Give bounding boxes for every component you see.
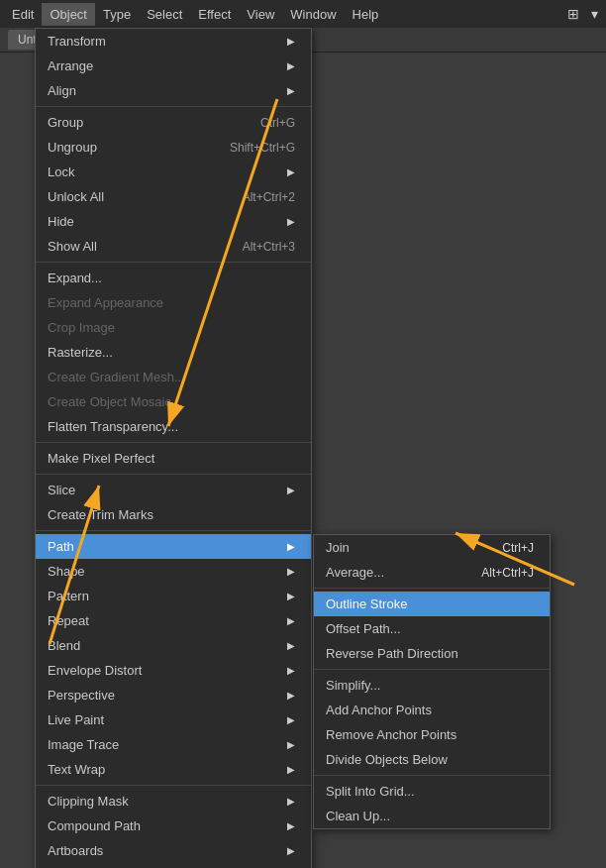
menu-item-live-paint[interactable]: Live Paint ▶ bbox=[36, 707, 311, 732]
menu-item-crop-image: Crop Image bbox=[36, 315, 311, 340]
divider bbox=[36, 442, 311, 443]
submenu-item-split-into-grid[interactable]: Split Into Grid... bbox=[314, 779, 550, 804]
menu-item-flatten-transparency[interactable]: Flatten Transparency... bbox=[36, 414, 311, 439]
arrow-icon: ▶ bbox=[287, 591, 295, 601]
object-dropdown-menu: Transform ▶ Arrange ▶ Align ▶ Group Ctrl… bbox=[35, 28, 312, 868]
menu-item-transform[interactable]: Transform ▶ bbox=[36, 29, 311, 54]
arrow-icon: ▶ bbox=[287, 566, 295, 577]
arrow-icon: ▶ bbox=[287, 166, 295, 177]
menu-item-expand[interactable]: Expand... bbox=[36, 266, 311, 290]
menu-object[interactable]: Object bbox=[42, 3, 95, 26]
menu-edit[interactable]: Edit bbox=[4, 3, 42, 26]
menu-item-show-all[interactable]: Show All Alt+Ctrl+3 bbox=[36, 234, 311, 259]
menu-bar-right: ⊞ ▾ bbox=[563, 4, 602, 24]
menu-item-make-pixel-perfect[interactable]: Make Pixel Perfect bbox=[36, 446, 311, 471]
menu-item-rasterize[interactable]: Rasterize... bbox=[36, 340, 311, 365]
divider bbox=[36, 785, 311, 786]
arrow-icon: ▶ bbox=[287, 85, 295, 96]
submenu-item-reverse-path-direction[interactable]: Reverse Path Direction bbox=[314, 641, 550, 666]
divider bbox=[36, 106, 311, 107]
menu-effect[interactable]: Effect bbox=[190, 3, 239, 26]
arrow-icon: ▶ bbox=[287, 796, 295, 807]
arrow-icon: ▶ bbox=[287, 36, 295, 47]
menu-item-blend[interactable]: Blend ▶ bbox=[36, 633, 311, 658]
arrow-icon: ▶ bbox=[287, 640, 295, 651]
divider bbox=[36, 262, 311, 263]
arrow-icon: ▶ bbox=[287, 485, 295, 495]
arrow-icon: ▶ bbox=[287, 714, 295, 725]
submenu-item-join[interactable]: Join Ctrl+J bbox=[314, 535, 550, 560]
dropdown-icon[interactable]: ▾ bbox=[587, 4, 602, 24]
menu-item-lock[interactable]: Lock ▶ bbox=[36, 160, 311, 184]
menu-item-unlock-all[interactable]: Unlock All Alt+Ctrl+2 bbox=[36, 184, 311, 209]
submenu-item-remove-anchor-points[interactable]: Remove Anchor Points bbox=[314, 722, 550, 747]
menu-item-slice[interactable]: Slice ▶ bbox=[36, 478, 311, 502]
menu-item-expand-appearance: Expand Appearance bbox=[36, 290, 311, 315]
arrow-icon: ▶ bbox=[287, 820, 295, 831]
grid-icon[interactable]: ⊞ bbox=[563, 4, 583, 24]
arrow-icon: ▶ bbox=[287, 615, 295, 626]
arrow-icon: ▶ bbox=[287, 764, 295, 775]
menu-item-artboards[interactable]: Artboards ▶ bbox=[36, 838, 311, 863]
arrow-icon: ▶ bbox=[287, 541, 295, 552]
menu-item-text-wrap[interactable]: Text Wrap ▶ bbox=[36, 757, 311, 782]
menu-help[interactable]: Help bbox=[345, 3, 387, 26]
submenu-item-outline-stroke[interactable]: Outline Stroke bbox=[314, 592, 550, 616]
menu-select[interactable]: Select bbox=[139, 3, 190, 26]
menu-item-create-gradient-mesh: Create Gradient Mesh... bbox=[36, 365, 311, 389]
arrow-icon: ▶ bbox=[287, 690, 295, 701]
submenu-item-simplify[interactable]: Simplify... bbox=[314, 673, 550, 698]
arrow-icon: ▶ bbox=[287, 665, 295, 676]
menu-item-group[interactable]: Group Ctrl+G bbox=[36, 110, 311, 135]
path-submenu: Join Ctrl+J Average... Alt+Ctrl+J Outlin… bbox=[313, 534, 551, 829]
arrow-icon: ▶ bbox=[287, 216, 295, 227]
menu-item-envelope-distort[interactable]: Envelope Distort ▶ bbox=[36, 658, 311, 683]
menu-type[interactable]: Type bbox=[95, 3, 139, 26]
menu-item-shape[interactable]: Shape ▶ bbox=[36, 559, 311, 584]
menu-item-align[interactable]: Align ▶ bbox=[36, 78, 311, 103]
menu-item-hide[interactable]: Hide ▶ bbox=[36, 209, 311, 234]
menu-item-ungroup[interactable]: Ungroup Shift+Ctrl+G bbox=[36, 135, 311, 160]
menu-window[interactable]: Window bbox=[282, 3, 344, 26]
submenu-item-clean-up[interactable]: Clean Up... bbox=[314, 804, 550, 828]
submenu-item-add-anchor-points[interactable]: Add Anchor Points bbox=[314, 698, 550, 722]
menu-item-clipping-mask[interactable]: Clipping Mask ▶ bbox=[36, 789, 311, 814]
menu-item-path[interactable]: Path ▶ Join Ctrl+J Average... Alt+Ctrl+J… bbox=[36, 534, 311, 559]
arrow-icon: ▶ bbox=[287, 60, 295, 71]
menu-item-perspective[interactable]: Perspective ▶ bbox=[36, 683, 311, 707]
menu-item-image-trace[interactable]: Image Trace ▶ bbox=[36, 732, 311, 757]
divider bbox=[314, 669, 550, 670]
menu-view[interactable]: View bbox=[239, 3, 282, 26]
divider bbox=[314, 775, 550, 776]
arrow-icon: ▶ bbox=[287, 739, 295, 750]
menu-item-create-trim-marks[interactable]: Create Trim Marks bbox=[36, 502, 311, 527]
menu-item-arrange[interactable]: Arrange ▶ bbox=[36, 54, 311, 78]
divider bbox=[314, 588, 550, 589]
submenu-item-average[interactable]: Average... Alt+Ctrl+J bbox=[314, 560, 550, 585]
divider bbox=[36, 474, 311, 475]
submenu-item-divide-objects-below[interactable]: Divide Objects Below bbox=[314, 747, 550, 772]
menu-item-compound-path[interactable]: Compound Path ▶ bbox=[36, 814, 311, 838]
arrow-icon: ▶ bbox=[287, 845, 295, 856]
menu-bar: Edit Object Type Select Effect View Wind… bbox=[0, 0, 606, 28]
menu-item-repeat[interactable]: Repeat ▶ bbox=[36, 608, 311, 633]
menu-item-graph[interactable]: Graph ▶ bbox=[36, 863, 311, 868]
menu-item-pattern[interactable]: Pattern ▶ bbox=[36, 584, 311, 608]
divider bbox=[36, 530, 311, 531]
menu-item-create-object-mosaic: Create Object Mosaic... bbox=[36, 389, 311, 414]
submenu-item-offset-path[interactable]: Offset Path... bbox=[314, 616, 550, 641]
